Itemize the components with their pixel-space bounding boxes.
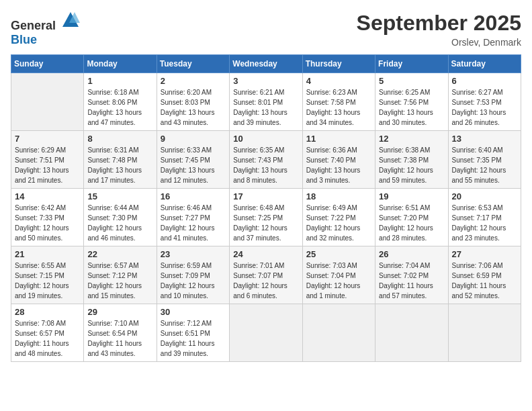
calendar-cell bbox=[230, 304, 302, 362]
calendar-cell: 11Sunrise: 6:36 AMSunset: 7:40 PMDayligh… bbox=[302, 131, 375, 189]
day-info: Sunrise: 6:42 AMSunset: 7:33 PMDaylight:… bbox=[15, 203, 80, 243]
logo-blue: Blue bbox=[11, 33, 37, 46]
day-info: Sunrise: 7:08 AMSunset: 6:57 PMDaylight:… bbox=[15, 318, 80, 359]
calendar-cell: 22Sunrise: 6:57 AMSunset: 7:12 PMDayligh… bbox=[84, 246, 157, 304]
day-info: Sunrise: 7:04 AMSunset: 7:02 PMDaylight:… bbox=[379, 261, 444, 301]
day-info: Sunrise: 6:20 AMSunset: 8:03 PMDaylight:… bbox=[161, 87, 226, 128]
calendar-cell: 16Sunrise: 6:46 AMSunset: 7:27 PMDayligh… bbox=[157, 189, 229, 246]
weekday-header: Friday bbox=[375, 55, 448, 73]
calendar-cell: 20Sunrise: 6:53 AMSunset: 7:17 PMDayligh… bbox=[448, 189, 521, 246]
header: General Blue September 2025 Orslev, Denm… bbox=[11, 11, 521, 48]
day-info: Sunrise: 7:01 AMSunset: 7:07 PMDaylight:… bbox=[233, 261, 298, 301]
day-number: 12 bbox=[379, 134, 444, 144]
calendar-cell: 24Sunrise: 7:01 AMSunset: 7:07 PMDayligh… bbox=[230, 246, 302, 304]
day-number: 20 bbox=[452, 191, 517, 201]
location-title: Orslev, Denmark bbox=[357, 37, 521, 48]
day-info: Sunrise: 6:53 AMSunset: 7:17 PMDaylight:… bbox=[452, 203, 517, 243]
calendar-cell: 25Sunrise: 7:03 AMSunset: 7:04 PMDayligh… bbox=[302, 246, 375, 304]
day-info: Sunrise: 6:51 AMSunset: 7:20 PMDaylight:… bbox=[379, 203, 444, 243]
calendar-cell: 29Sunrise: 7:10 AMSunset: 6:54 PMDayligh… bbox=[84, 304, 157, 362]
day-info: Sunrise: 6:21 AMSunset: 8:01 PMDaylight:… bbox=[233, 87, 298, 128]
day-number: 21 bbox=[15, 249, 80, 259]
day-number: 17 bbox=[233, 191, 298, 201]
calendar-cell bbox=[375, 304, 448, 362]
calendar-cell: 19Sunrise: 6:51 AMSunset: 7:20 PMDayligh… bbox=[375, 189, 448, 246]
day-info: Sunrise: 7:06 AMSunset: 6:59 PMDaylight:… bbox=[452, 261, 517, 301]
day-number: 3 bbox=[233, 76, 298, 86]
day-info: Sunrise: 6:44 AMSunset: 7:30 PMDaylight:… bbox=[87, 203, 152, 243]
day-info: Sunrise: 6:46 AMSunset: 7:27 PMDaylight:… bbox=[161, 203, 226, 243]
day-number: 23 bbox=[161, 249, 226, 259]
day-number: 24 bbox=[233, 249, 298, 259]
weekday-header: Sunday bbox=[11, 55, 84, 73]
day-info: Sunrise: 7:10 AMSunset: 6:54 PMDaylight:… bbox=[87, 318, 152, 359]
day-number: 19 bbox=[379, 191, 444, 201]
logo-general: General bbox=[11, 19, 56, 32]
calendar-cell: 9Sunrise: 6:33 AMSunset: 7:45 PMDaylight… bbox=[157, 131, 229, 189]
calendar-cell: 6Sunrise: 6:27 AMSunset: 7:53 PMDaylight… bbox=[448, 73, 521, 131]
day-info: Sunrise: 6:18 AMSunset: 8:06 PMDaylight:… bbox=[87, 87, 152, 128]
day-number: 14 bbox=[15, 191, 80, 201]
title-area: September 2025 Orslev, Denmark bbox=[357, 11, 521, 48]
weekday-header: Tuesday bbox=[157, 55, 229, 73]
calendar-cell: 7Sunrise: 6:29 AMSunset: 7:51 PMDaylight… bbox=[11, 131, 84, 189]
day-info: Sunrise: 6:27 AMSunset: 7:53 PMDaylight:… bbox=[452, 87, 517, 128]
day-info: Sunrise: 6:25 AMSunset: 7:56 PMDaylight:… bbox=[379, 87, 444, 128]
day-number: 30 bbox=[161, 307, 226, 317]
day-number: 29 bbox=[87, 307, 152, 317]
day-number: 8 bbox=[87, 134, 152, 144]
day-number: 15 bbox=[87, 191, 152, 201]
calendar-cell: 18Sunrise: 6:49 AMSunset: 7:22 PMDayligh… bbox=[302, 189, 375, 246]
day-number: 10 bbox=[233, 134, 298, 144]
day-number: 25 bbox=[306, 249, 371, 259]
calendar-week-row: 21Sunrise: 6:55 AMSunset: 7:15 PMDayligh… bbox=[11, 246, 521, 304]
day-number: 7 bbox=[15, 134, 80, 144]
calendar-cell: 13Sunrise: 6:40 AMSunset: 7:35 PMDayligh… bbox=[448, 131, 521, 189]
calendar-cell bbox=[302, 304, 375, 362]
calendar-cell: 8Sunrise: 6:31 AMSunset: 7:48 PMDaylight… bbox=[84, 131, 157, 189]
calendar-cell: 26Sunrise: 7:04 AMSunset: 7:02 PMDayligh… bbox=[375, 246, 448, 304]
calendar-cell bbox=[11, 73, 84, 131]
day-info: Sunrise: 6:57 AMSunset: 7:12 PMDaylight:… bbox=[87, 261, 152, 301]
calendar-cell: 12Sunrise: 6:38 AMSunset: 7:38 PMDayligh… bbox=[375, 131, 448, 189]
calendar-cell: 2Sunrise: 6:20 AMSunset: 8:03 PMDaylight… bbox=[157, 73, 229, 131]
day-info: Sunrise: 6:31 AMSunset: 7:48 PMDaylight:… bbox=[87, 145, 152, 185]
calendar-cell bbox=[448, 304, 521, 362]
day-info: Sunrise: 7:03 AMSunset: 7:04 PMDaylight:… bbox=[306, 261, 371, 301]
day-number: 22 bbox=[87, 249, 152, 259]
day-info: Sunrise: 6:49 AMSunset: 7:22 PMDaylight:… bbox=[306, 203, 371, 243]
calendar-cell: 4Sunrise: 6:23 AMSunset: 7:58 PMDaylight… bbox=[302, 73, 375, 131]
weekday-header: Thursday bbox=[302, 55, 375, 73]
day-number: 11 bbox=[306, 134, 371, 144]
calendar: SundayMondayTuesdayWednesdayThursdayFrid… bbox=[11, 54, 521, 362]
day-info: Sunrise: 6:59 AMSunset: 7:09 PMDaylight:… bbox=[161, 261, 226, 301]
day-number: 27 bbox=[452, 249, 517, 259]
day-number: 1 bbox=[87, 76, 152, 86]
calendar-week-row: 14Sunrise: 6:42 AMSunset: 7:33 PMDayligh… bbox=[11, 189, 521, 246]
day-number: 16 bbox=[161, 191, 226, 201]
day-number: 9 bbox=[161, 134, 226, 144]
day-info: Sunrise: 6:55 AMSunset: 7:15 PMDaylight:… bbox=[15, 261, 80, 301]
day-info: Sunrise: 7:12 AMSunset: 6:51 PMDaylight:… bbox=[161, 318, 226, 359]
calendar-cell: 21Sunrise: 6:55 AMSunset: 7:15 PMDayligh… bbox=[11, 246, 84, 304]
logo-icon bbox=[61, 11, 80, 30]
calendar-week-row: 7Sunrise: 6:29 AMSunset: 7:51 PMDaylight… bbox=[11, 131, 521, 189]
day-number: 28 bbox=[15, 307, 80, 317]
day-info: Sunrise: 6:23 AMSunset: 7:58 PMDaylight:… bbox=[306, 87, 371, 128]
day-info: Sunrise: 6:36 AMSunset: 7:40 PMDaylight:… bbox=[306, 145, 371, 185]
day-number: 2 bbox=[161, 76, 226, 86]
day-info: Sunrise: 6:35 AMSunset: 7:43 PMDaylight:… bbox=[233, 145, 298, 185]
weekday-header-row: SundayMondayTuesdayWednesdayThursdayFrid… bbox=[11, 55, 521, 73]
calendar-week-row: 1Sunrise: 6:18 AMSunset: 8:06 PMDaylight… bbox=[11, 73, 521, 131]
weekday-header: Wednesday bbox=[230, 55, 302, 73]
day-info: Sunrise: 6:48 AMSunset: 7:25 PMDaylight:… bbox=[233, 203, 298, 243]
logo: General Blue bbox=[11, 11, 80, 47]
calendar-cell: 23Sunrise: 6:59 AMSunset: 7:09 PMDayligh… bbox=[157, 246, 229, 304]
calendar-week-row: 28Sunrise: 7:08 AMSunset: 6:57 PMDayligh… bbox=[11, 304, 521, 362]
month-title: September 2025 bbox=[357, 11, 521, 36]
day-number: 4 bbox=[306, 76, 371, 86]
calendar-cell: 30Sunrise: 7:12 AMSunset: 6:51 PMDayligh… bbox=[157, 304, 229, 362]
day-info: Sunrise: 6:33 AMSunset: 7:45 PMDaylight:… bbox=[161, 145, 226, 185]
weekday-header: Saturday bbox=[448, 55, 521, 73]
calendar-cell: 17Sunrise: 6:48 AMSunset: 7:25 PMDayligh… bbox=[230, 189, 302, 246]
